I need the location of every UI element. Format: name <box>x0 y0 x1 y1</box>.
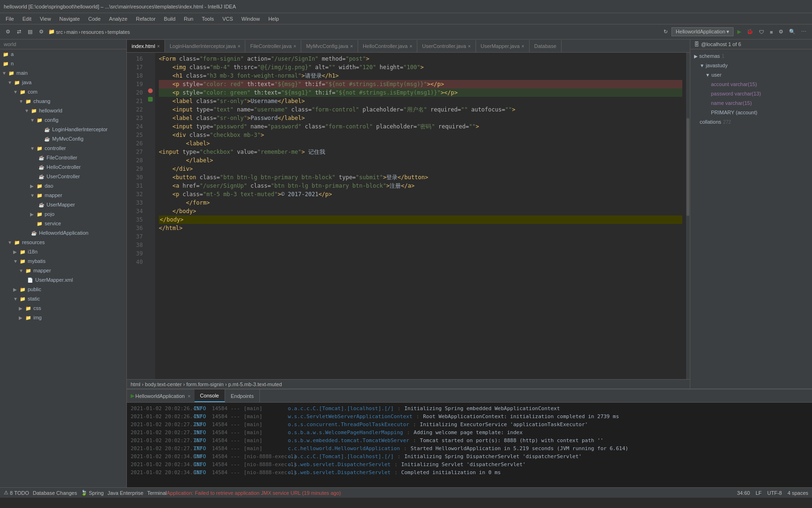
tree-item-com[interactable]: ▼ 📁 com <box>0 87 126 96</box>
tree-label: mapper <box>45 192 62 198</box>
status-javaee[interactable]: Java Enterprise <box>108 490 143 496</box>
db-item-name[interactable]: name varchar(15) <box>690 98 812 108</box>
tab-close-btn[interactable]: × <box>468 44 471 49</box>
toolbar-btn-1[interactable]: ⚙ <box>4 28 12 36</box>
toolbar-btn-4[interactable]: ⚙ <box>37 28 46 36</box>
tab-index-html[interactable]: index.html × <box>127 40 165 52</box>
code-editor[interactable]: 16171819 20212223 24252627 28293031 3233… <box>127 53 690 379</box>
menu-view[interactable]: View <box>36 15 55 23</box>
tab-loginhandler[interactable]: LoginHandlerInterceptor.java × <box>165 40 246 52</box>
db-item-account[interactable]: account varchar(15) <box>690 79 812 89</box>
status-position[interactable]: 34:60 <box>737 490 750 496</box>
toolbar-btn-3[interactable]: ▤ <box>26 28 34 36</box>
tab-database[interactable]: Database <box>530 40 562 52</box>
sync-btn[interactable]: ↻ <box>662 28 670 36</box>
tab-usercontroller[interactable]: UserController.java × <box>417 40 476 52</box>
toolbar-btn-2[interactable]: ⇄ <box>15 28 23 36</box>
run-config-dropdown[interactable]: HelloworldApplication ▾ <box>671 27 734 36</box>
tree-item-controller[interactable]: ▼ 📁 controller <box>0 143 126 153</box>
tab-hellocontroller[interactable]: HelloController.java × <box>358 40 417 52</box>
db-item-collations[interactable]: collations 272 <box>690 117 812 127</box>
tree-item-helloworldapp[interactable]: ☕ HelloworldApplication <box>0 228 126 238</box>
tree-item-hellocontroller[interactable]: ☕ HelloController <box>0 162 126 172</box>
menu-vcs[interactable]: VCS <box>219 15 237 23</box>
tab-close-btn[interactable]: × <box>294 44 297 49</box>
tree-item-css[interactable]: ▶ 📁 css <box>0 303 126 313</box>
status-spring[interactable]: 🍃 Spring <box>81 490 104 496</box>
tree-item-helloworld[interactable]: ▼ 📁 helloworld <box>0 106 126 115</box>
status-indent[interactable]: 4 spaces <box>788 490 808 496</box>
run-btn[interactable]: ▶ <box>735 28 743 36</box>
tab-close-btn[interactable]: × <box>238 44 241 49</box>
code-content[interactable]: <Form class="form-signin" action="/user/… <box>155 53 686 379</box>
settings-btn[interactable]: ⚙ <box>777 28 785 36</box>
tree-item-a[interactable]: 📁 a <box>0 49 126 59</box>
console-content[interactable]: 2021-01-02 20:02:26.457 INFO 14584 --- [… <box>127 403 812 487</box>
db-item-primary[interactable]: PRIMARY (account) <box>690 108 812 117</box>
tab-console[interactable]: Console <box>195 389 225 402</box>
tree-item-loginhandler[interactable]: ☕ LoginHandlerInterceptor <box>0 125 126 134</box>
tab-usermapper[interactable]: UserMapper.java × <box>476 40 530 52</box>
tree-item-static[interactable]: ▼ 📁 static <box>0 294 126 303</box>
db-item-javastudy[interactable]: ▼ javastudy <box>690 61 812 70</box>
debug-btn[interactable]: 🐞 <box>745 28 755 36</box>
breadcrumb: 📁 src › main › resources › templates <box>48 29 130 35</box>
tab-close-btn[interactable]: × <box>350 44 353 49</box>
tree-item-config[interactable]: ▼ 📁 config <box>0 115 126 125</box>
tree-item-main[interactable]: ▼ 📁 main <box>0 68 126 78</box>
tree-item-service[interactable]: 📁 service <box>0 219 126 228</box>
status-lf[interactable]: LF <box>756 490 762 496</box>
tree-item-mymvcconfig[interactable]: ☕ MyMvcConfig <box>0 134 126 143</box>
status-encoding[interactable]: UTF-8 <box>767 490 782 496</box>
menu-build[interactable]: Build <box>160 15 179 23</box>
tree-item-i18n[interactable]: ▶ 📁 i18n <box>0 247 126 256</box>
tree-item-java[interactable]: ▼ 📁 java <box>0 78 126 87</box>
stop-btn[interactable]: ■ <box>768 28 775 36</box>
tree-item-chuang[interactable]: ▼ 📁 chuang <box>0 96 126 106</box>
menu-analyze[interactable]: Analyze <box>105 15 131 23</box>
status-dbchanges[interactable]: Database Changes <box>33 490 77 496</box>
menu-tools[interactable]: Tools <box>198 15 218 23</box>
tree-item-mapper2[interactable]: ▼ 📁 mapper <box>0 266 126 275</box>
editor-right-container: index.html × LoginHandlerInterceptor.jav… <box>127 40 812 487</box>
menu-refactor[interactable]: Refactor <box>132 15 159 23</box>
menu-help[interactable]: Help <box>265 15 283 23</box>
bc-main[interactable]: main <box>66 29 78 35</box>
tree-item-mapper[interactable]: ▼ 📁 mapper <box>0 190 126 200</box>
tree-item-mybatis[interactable]: ▼ 📁 mybatis <box>0 256 126 266</box>
tree-item-usercontroller[interactable]: ☕ UserController <box>0 172 126 181</box>
tab-filecontroller[interactable]: FileController.java × <box>245 40 301 52</box>
tab-mymvcconfig[interactable]: MyMvcConfig.java × <box>301 40 358 52</box>
coverage-btn[interactable]: 🛡 <box>757 28 766 36</box>
vertical-scrollbar[interactable] <box>686 53 690 379</box>
tree-item-public[interactable]: ▶ 📁 public <box>0 285 126 294</box>
tree-item-usermapperxml[interactable]: 📄 UserMapper.xml <box>0 275 126 285</box>
menu-file[interactable]: File <box>2 15 18 23</box>
status-todo[interactable]: ⚠ 8 TODO <box>4 490 29 496</box>
tree-item-pojo[interactable]: ▶ 📁 pojo <box>0 209 126 219</box>
tree-item-n[interactable]: 📁 n <box>0 59 126 68</box>
tree-item-usermapper[interactable]: ☕ UserMapper <box>0 200 126 209</box>
tree-item-resources[interactable]: ▼ 📁 resources <box>0 238 126 247</box>
db-item-password[interactable]: password varchar(13) <box>690 89 812 98</box>
tab-close-btn[interactable]: × <box>157 44 160 49</box>
db-item-schemas[interactable]: ▶ schemas 1 <box>690 51 812 61</box>
more-btn[interactable]: ⋯ <box>799 28 808 36</box>
tab-endpoints[interactable]: Endpoints <box>225 389 260 402</box>
tab-close-btn[interactable]: × <box>522 44 524 49</box>
tree-item-dao[interactable]: ▶ 📁 dao <box>0 181 126 190</box>
tree-item-filecontroller[interactable]: ☕ FileController <box>0 153 126 162</box>
bc-templates[interactable]: templates <box>108 29 130 35</box>
tree-item-img[interactable]: ▶ 📁 img <box>0 313 126 322</box>
tab-close-btn[interactable]: × <box>409 44 412 49</box>
menu-run[interactable]: Run <box>180 15 197 23</box>
status-terminal[interactable]: Terminal <box>147 490 167 496</box>
db-item-user[interactable]: ▼ user <box>690 70 812 79</box>
search-btn[interactable]: 🔍 <box>787 28 797 36</box>
menu-window[interactable]: Window <box>238 15 264 23</box>
menu-code[interactable]: Code <box>85 15 104 23</box>
bc-src[interactable]: src <box>56 29 63 35</box>
menu-edit[interactable]: Edit <box>19 15 35 23</box>
bc-resources[interactable]: resources <box>81 29 104 35</box>
menu-navigate[interactable]: Navigate <box>55 15 83 23</box>
